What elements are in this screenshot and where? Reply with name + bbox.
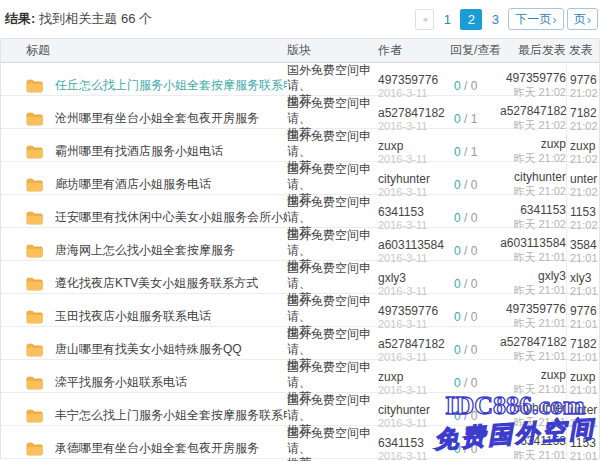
author-link[interactable]: 6341153 [378, 436, 450, 450]
thread-title-link[interactable]: 丰宁怎么找上门服务小姐全套按摩服务联系电话 [55, 407, 287, 424]
chevron-right-icon: › [552, 12, 556, 27]
last-post-author-link[interactable]: cityhunter [500, 170, 566, 184]
last-post-author-link[interactable]: a527847182 [500, 335, 566, 349]
author-link[interactable]: 6341153 [378, 205, 450, 219]
last-post-cell: a527847182 昨天 21:02 [500, 104, 566, 133]
author-link[interactable]: 497359776 [378, 73, 450, 87]
reply-count: 0 [454, 409, 461, 423]
last-post-author-link[interactable]: 497359776 [500, 302, 566, 316]
folder-icon [26, 145, 43, 159]
clipped-last-post-author: xly3 [570, 271, 599, 285]
thread-title-link[interactable]: 廊坊哪里有酒店小姐服务电话 [55, 176, 211, 193]
last-post-author-link[interactable]: 6341153 [500, 434, 566, 448]
view-count: 1 [471, 112, 478, 126]
author-cell: zuxp 2016-3-11 [378, 139, 450, 165]
thread-title-link[interactable]: 承德哪里有坐台小姐全套包夜开房服务 [55, 440, 259, 457]
last-post-time-link[interactable]: 昨天 21:01 [500, 415, 566, 430]
chevron-right-icon: › [587, 12, 591, 27]
replies-views-separator: / [461, 376, 471, 390]
last-post-time-link[interactable]: 昨天 21:01 [500, 316, 566, 331]
last-post-time-link[interactable]: 昨天 21:01 [500, 382, 566, 397]
last-post-time-link[interactable]: 昨天 21:02 [500, 217, 566, 232]
thread-title-link[interactable]: 遵化找夜店KTV美女小姐服务联系方式 [55, 275, 258, 292]
clipped-last-post-author: 1153 [570, 205, 599, 219]
replies-views-separator: / [461, 277, 471, 291]
last-post-author-link[interactable]: zuxp [500, 137, 566, 151]
thread-title-link[interactable]: 玉田找夜店小姐服务联系电话 [55, 308, 211, 325]
last-post-author-link[interactable]: 497359776 [500, 71, 566, 85]
author-link[interactable]: a527847182 [378, 106, 450, 120]
replies-views-separator: / [461, 409, 471, 423]
last-post-author-link[interactable]: 6341153 [500, 203, 566, 217]
thread-title-link[interactable]: 滦平找服务小姐联系电话 [55, 374, 187, 391]
last-post-author-link[interactable]: cityhunter [500, 401, 566, 415]
last-post-time-link[interactable]: 昨天 21:02 [500, 118, 566, 133]
title-cell: 承德哪里有坐台小姐全套包夜开房服务 [1, 440, 287, 457]
post-date: 2016-3-11 [378, 153, 450, 165]
pagination-prev-button[interactable]: ◂ [415, 9, 434, 30]
last-post-time-link[interactable]: 昨天 21:01 [500, 448, 566, 461]
last-post-time-link[interactable]: 昨天 21:02 [500, 151, 566, 166]
replies-views-separator: / [461, 112, 471, 126]
last-post-time-link[interactable]: 昨天 21:01 [500, 283, 566, 298]
last-post-cell: a527847182 昨天 21:01 [500, 335, 566, 364]
pagination-page-1[interactable]: 1 [437, 9, 457, 30]
forum-name-line1: 国外免费空间申请、 [287, 63, 378, 93]
author-cell: 497359776 2016-3-11 [378, 304, 450, 330]
last-post-author-link[interactable]: zuxp [500, 368, 566, 382]
title-cell: 滦平找服务小姐联系电话 [1, 374, 287, 391]
last-post-cell: a603113584 昨天 21:01 [500, 236, 566, 265]
thread-title-link[interactable]: 唐山哪里有找美女小姐特殊服务QQ [55, 341, 242, 358]
last-post-time-link[interactable]: 昨天 21:01 [500, 349, 566, 364]
table-row: 唐山哪里有找美女小姐特殊服务QQ 国外免费空间申请、 推荐 a527847182… [1, 327, 599, 360]
pagination-page-3[interactable]: 3 [485, 9, 505, 30]
author-link[interactable]: a603113584 [378, 238, 450, 252]
replies-views-cell: 0 / 0 [450, 310, 500, 324]
forum-link[interactable]: 国外免费空间申请、 推荐 [287, 426, 378, 461]
table-row: 滦平找服务小姐联系电话 国外免费空间申请、 推荐 zuxp 2016-3-11 … [1, 360, 599, 393]
clipped-last-post-author: 9776 [570, 73, 599, 87]
author-link[interactable]: gxly3 [378, 271, 450, 285]
post-date: 2016-3-11 [378, 87, 450, 99]
reply-count: 0 [454, 145, 461, 159]
author-link[interactable]: 497359776 [378, 304, 450, 318]
last-post-time-link[interactable]: 昨天 21:02 [500, 85, 566, 100]
author-link[interactable]: cityhunter [378, 403, 450, 417]
view-count: 0 [471, 244, 478, 258]
view-count: 1 [471, 145, 478, 159]
folder-icon [26, 211, 43, 225]
title-cell: 沧州哪里有坐台小姐全套包夜开房服务 [1, 110, 287, 127]
forum-name-line1: 国外免费空间申请、 [287, 426, 378, 456]
last-post-author-link[interactable]: gxly3 [500, 269, 566, 283]
last-post-author-link[interactable]: a603113584 [500, 236, 566, 250]
results-table: 标题 版块 作者 回复/查看 最后发表 发表 任丘怎么找上门服务小姐全套按摩服务… [0, 38, 600, 459]
last-post-time-link[interactable]: 昨天 21:01 [500, 250, 566, 265]
post-date: 2016-3-11 [378, 186, 450, 198]
replies-views-cell: 0 / 0 [450, 442, 500, 456]
pagination-last-button-clipped[interactable]: 页› [567, 8, 598, 30]
post-date: 2016-3-11 [378, 351, 450, 363]
author-link[interactable]: cityhunter [378, 172, 450, 186]
clipped-last-post-author: 7182 [570, 337, 599, 351]
thread-title-link[interactable]: 沧州哪里有坐台小姐全套包夜开房服务 [55, 110, 259, 127]
forum-name-line1: 国外免费空间申请、 [287, 393, 378, 423]
title-cell: 廊坊哪里有酒店小姐服务电话 [1, 176, 287, 193]
thread-title-link[interactable]: 任丘怎么找上门服务小姐全套按摩服务联系电话 [55, 77, 287, 94]
view-count: 0 [471, 277, 478, 291]
pagination-page-2-active[interactable]: 2 [460, 9, 482, 30]
thread-title-link[interactable]: 迁安哪里有找休闲中心美女小姐服务会所小妹联系方式 [55, 209, 287, 226]
replies-views-separator: / [461, 211, 471, 225]
thread-title-link[interactable]: 唐海网上怎么找小姐全套按摩服务 [55, 242, 235, 259]
last-post-time-link[interactable]: 昨天 21:02 [500, 184, 566, 199]
author-cell: a527847182 2016-3-11 [378, 337, 450, 363]
author-link[interactable]: zuxp [378, 370, 450, 384]
table-row: 唐海网上怎么找小姐全套按摩服务 国外免费空间申请、 推荐 a603113584 … [1, 228, 599, 261]
thread-title-link[interactable]: 霸州哪里有找酒店服务小姐电话 [55, 143, 223, 160]
last-post-cell: zuxp 昨天 21:02 [500, 137, 566, 166]
last-post-cell: 6341153 昨天 21:01 [500, 434, 566, 461]
author-link[interactable]: zuxp [378, 139, 450, 153]
author-link[interactable]: a527847182 [378, 337, 450, 351]
replies-views-separator: / [461, 442, 471, 456]
pagination-next-button[interactable]: 下一页› [508, 8, 563, 30]
last-post-author-link[interactable]: a527847182 [500, 104, 566, 118]
